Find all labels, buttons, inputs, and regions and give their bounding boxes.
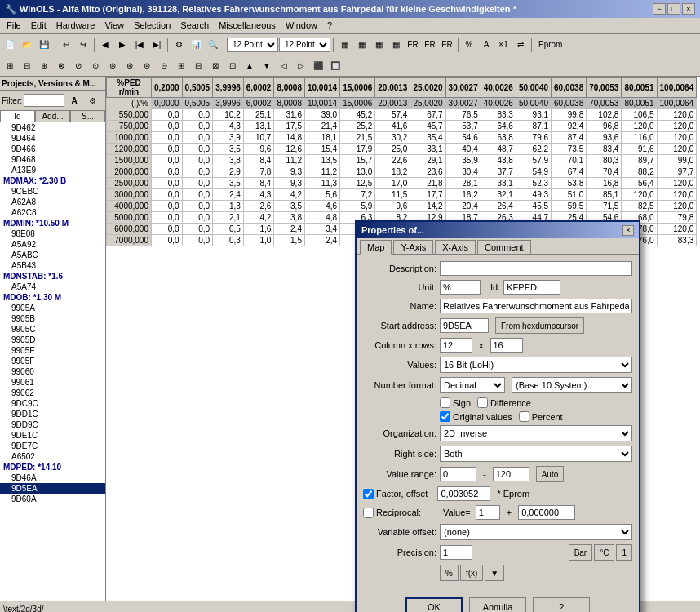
table-cell[interactable]: 15,4	[304, 144, 339, 155]
tb2-btn14[interactable]: ⊡	[224, 58, 241, 74]
table-cell[interactable]: 3,5	[213, 178, 244, 189]
menu-view[interactable]: View	[100, 20, 129, 32]
tb2-btn20[interactable]: 🔲	[327, 58, 343, 74]
table-cell[interactable]: 97,7	[657, 166, 697, 178]
table-cell[interactable]: 10,7	[243, 132, 274, 144]
table-cell[interactable]: 25,0	[375, 144, 410, 155]
value-range-max-input[interactable]	[493, 467, 529, 481]
table-cell[interactable]: 0,0	[182, 132, 213, 144]
table-cell[interactable]: 0,0	[182, 224, 213, 235]
tb2-btn9[interactable]: ⊜	[139, 58, 155, 74]
table-cell[interactable]: 3,5	[213, 144, 244, 155]
table-cell[interactable]: 0,3	[213, 235, 244, 246]
sidebar-tab-add[interactable]: Add...	[35, 110, 70, 122]
tree-item[interactable]: A13E9	[0, 165, 105, 175]
tree-item[interactable]: 9905F	[0, 356, 105, 366]
menu-edit[interactable]: Edit	[26, 20, 51, 32]
tb-btn-c[interactable]: FR	[439, 37, 455, 53]
tb-redo[interactable]: ↪	[75, 37, 91, 53]
table-cell[interactable]: 0,0	[152, 178, 183, 189]
table-cell[interactable]: 35,9	[445, 155, 481, 166]
table-cell[interactable]: 120,0	[622, 121, 657, 132]
tb-nav-fwd[interactable]: ▶	[114, 37, 131, 53]
table-cell[interactable]: 1,0	[243, 235, 274, 246]
tree-item[interactable]: 99061	[0, 377, 105, 388]
tb2-btn16[interactable]: ▼	[259, 58, 275, 74]
tb-grid2[interactable]: ▦	[353, 37, 370, 53]
table-cell[interactable]: 17,9	[340, 144, 375, 155]
table-cell[interactable]: 93,6	[587, 132, 622, 144]
filter-btn-A[interactable]: A	[66, 92, 82, 109]
values-select[interactable]: 16 Bit (LoHi) 8 Bit 32 Bit	[440, 357, 632, 373]
table-cell[interactable]: 106,5	[622, 109, 657, 121]
table-cell[interactable]: 14,8	[274, 132, 305, 144]
table-cell[interactable]: 53,8	[552, 178, 587, 189]
tree-item[interactable]: 9DC9C	[0, 398, 105, 409]
table-cell[interactable]: 8,4	[243, 178, 274, 189]
table-cell[interactable]: 79,8	[657, 212, 697, 224]
table-cell[interactable]: 1,3	[213, 201, 244, 212]
tb-grid1[interactable]: ▦	[336, 37, 352, 53]
table-cell[interactable]: 11,2	[304, 166, 339, 178]
table-cell[interactable]: 0,0	[152, 224, 183, 235]
table-cell[interactable]: 30,2	[375, 132, 410, 144]
table-cell[interactable]: 0,0	[152, 166, 183, 178]
factor-offset-checkbox[interactable]	[363, 489, 374, 499]
organization-select[interactable]: 2D Inverse 2D Normal 3D	[440, 425, 632, 441]
tree-item[interactable]: 9905E	[0, 345, 105, 356]
table-cell[interactable]: 2,4	[274, 224, 305, 235]
table-cell[interactable]: 39,0	[304, 109, 339, 121]
table-cell[interactable]: 83,3	[481, 109, 516, 121]
table-cell[interactable]: 33,1	[481, 178, 516, 189]
tb2-btn18[interactable]: ▷	[293, 58, 309, 74]
tree-item[interactable]: MDPED: *14.10	[0, 462, 105, 472]
tree-item[interactable]: 9905D	[0, 335, 105, 345]
menu-miscellaneous[interactable]: Miscellaneous	[214, 20, 281, 32]
precision-input[interactable]	[440, 545, 472, 560]
table-cell[interactable]: 11,2	[274, 155, 305, 166]
table-cell[interactable]: 3,9	[213, 132, 244, 144]
table-cell[interactable]: 25,1	[243, 109, 274, 121]
table-cell[interactable]: 45,2	[340, 109, 375, 121]
tree-item[interactable]: 9D60A	[0, 494, 105, 504]
table-cell[interactable]: 1,6	[243, 224, 274, 235]
table-cell[interactable]: 89,7	[622, 155, 657, 166]
description-input[interactable]	[440, 261, 632, 276]
table-cell[interactable]: 17,5	[274, 121, 305, 132]
table-cell[interactable]: 0,0	[182, 212, 213, 224]
tree-item[interactable]: A5A74	[0, 282, 105, 292]
table-cell[interactable]: 71,5	[587, 201, 622, 212]
table-cell[interactable]: 87,4	[552, 132, 587, 144]
rows-input[interactable]	[490, 338, 523, 353]
tb2-btn4[interactable]: ⊗	[53, 58, 69, 74]
tb-grid4[interactable]: ▦	[388, 37, 404, 53]
table-cell[interactable]: 13,1	[243, 121, 274, 132]
table-cell[interactable]: 35,4	[410, 132, 445, 144]
tree-item[interactable]: A62A8	[0, 197, 105, 207]
tree-item[interactable]: A5A92	[0, 239, 105, 250]
table-cell[interactable]: 11,3	[304, 178, 339, 189]
tree-item[interactable]: 9CEBC	[0, 186, 105, 197]
table-cell[interactable]: 120,0	[657, 189, 697, 201]
table-cell[interactable]: 70,1	[552, 155, 587, 166]
menu-hardware[interactable]: Hardware	[51, 20, 100, 32]
tb2-btn12[interactable]: ⊟	[190, 58, 206, 74]
table-cell[interactable]: 9,3	[274, 178, 305, 189]
maximize-button[interactable]: □	[667, 3, 680, 15]
table-cell[interactable]: 43,8	[481, 155, 516, 166]
tree-item[interactable]: 99062	[0, 388, 105, 398]
table-cell[interactable]: 45,5	[516, 201, 551, 212]
tree-item[interactable]: 9DD1C	[0, 409, 105, 419]
table-cell[interactable]: 88,2	[622, 166, 657, 178]
table-cell[interactable]: 120,0	[657, 144, 697, 155]
minimize-button[interactable]: −	[653, 3, 666, 15]
table-cell[interactable]: 73,5	[552, 144, 587, 155]
table-cell[interactable]: 59,5	[552, 201, 587, 212]
tree-item[interactable]: 9DE7C	[0, 441, 105, 451]
tb-undo[interactable]: ↩	[58, 37, 74, 53]
factor-value-input[interactable]	[437, 486, 490, 501]
table-cell[interactable]: 4,6	[304, 201, 339, 212]
from-hexdump-button[interactable]: From hexdumpcursor	[495, 317, 584, 334]
table-cell[interactable]: 96,8	[587, 121, 622, 132]
tree-item[interactable]: A5ABC	[0, 250, 105, 260]
